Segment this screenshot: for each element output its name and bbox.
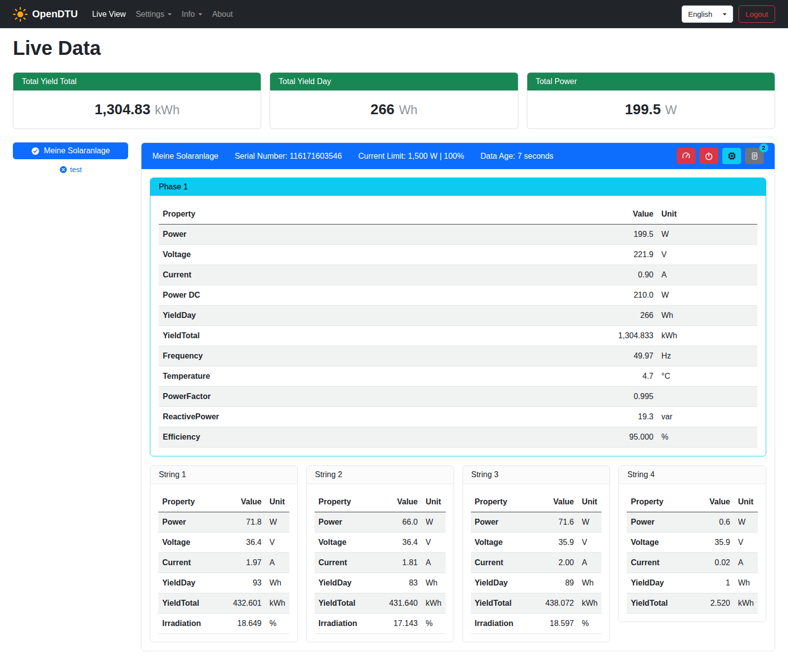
test-link[interactable]: test xyxy=(13,166,128,174)
brand-name: OpenDTU xyxy=(32,8,78,20)
property-cell: Irradiation xyxy=(471,614,542,634)
value-cell: 1 xyxy=(697,573,734,593)
col-header-unit: Unit xyxy=(578,492,602,512)
table-row: YieldTotal438.072kWh xyxy=(471,593,602,614)
value-cell: 18.597 xyxy=(541,614,578,634)
brand[interactable]: OpenDTU xyxy=(13,7,78,22)
unit-cell: V xyxy=(657,245,757,265)
unit-cell: °C xyxy=(657,366,757,387)
table-row: YieldTotal2.520kWh xyxy=(627,593,758,614)
inverter-meta: Meine Solaranlage Serial Number: 1161716… xyxy=(152,152,554,161)
table-row: Power66.0W xyxy=(315,512,446,533)
string-table-body: Power66.0WVoltage36.4VCurrent1.81AYieldD… xyxy=(315,512,446,634)
phase-table: Property Value Unit Power199.5WVoltage22… xyxy=(159,204,757,448)
unit-cell: var xyxy=(657,407,757,427)
inverter-panel-body: Phase 1 Property Value Unit Power199.5WV… xyxy=(141,169,775,651)
property-cell: ReactivePower xyxy=(159,407,588,427)
summary-card-value: 1,304.83 xyxy=(94,101,150,118)
property-cell: Voltage xyxy=(627,533,697,553)
table-row: Voltage36.4V xyxy=(315,533,446,553)
summary-card-value: 266 xyxy=(371,101,394,118)
value-cell: 1.81 xyxy=(385,553,422,573)
strings-row: String 1 Property Value Unit Power71.8WV… xyxy=(150,465,766,642)
table-header-row: Property Value Unit xyxy=(158,492,289,512)
inverter-panel-header: Meine Solaranlage Serial Number: 1161716… xyxy=(141,143,775,169)
unit-cell: % xyxy=(422,614,446,634)
value-cell: 0.995 xyxy=(588,387,657,407)
col-header-value: Value xyxy=(385,492,422,512)
value-cell: 0.02 xyxy=(697,553,734,573)
table-row: Current1.97A xyxy=(158,553,289,573)
string-table: Property Value Unit Power66.0WVoltage36.… xyxy=(315,492,446,634)
nav-item-info[interactable]: Info xyxy=(177,6,207,23)
unit-cell: V xyxy=(734,533,758,553)
table-row: YieldTotal1,304.833kWh xyxy=(159,326,757,346)
property-cell: Power xyxy=(471,512,542,533)
phase-card-title: Phase 1 xyxy=(150,178,766,196)
summary-card-unit: Wh xyxy=(399,103,417,117)
value-cell: 17.143 xyxy=(385,614,422,634)
event-log-button[interactable]: 2 xyxy=(745,148,764,164)
string-card-title: String 2 xyxy=(307,466,454,484)
nav-item-about[interactable]: About xyxy=(208,6,237,23)
value-cell: 210.0 xyxy=(588,285,657,306)
property-cell: YieldTotal xyxy=(627,593,697,614)
value-cell: 1,304.833 xyxy=(588,326,657,346)
table-header-row: Property Value Unit xyxy=(471,492,602,512)
col-header-unit: Unit xyxy=(734,492,758,512)
language-select[interactable]: English xyxy=(682,5,733,23)
value-cell: 36.4 xyxy=(385,533,422,553)
unit-cell: A xyxy=(734,553,758,573)
property-cell: YieldDay xyxy=(471,573,542,593)
unit-cell: A xyxy=(422,553,446,573)
power-control-button[interactable] xyxy=(699,148,718,164)
inverter-limit: Current Limit: 1,500 W | 100% xyxy=(358,152,464,161)
value-cell: 2.520 xyxy=(697,593,734,614)
table-header-row: Property Value Unit xyxy=(627,492,758,512)
string-table-body: Power71.8WVoltage36.4VCurrent1.97AYieldD… xyxy=(158,512,289,634)
table-row: Current2.00A xyxy=(471,553,602,573)
device-info-button[interactable] xyxy=(722,148,741,164)
col-header-property: Property xyxy=(158,492,229,512)
table-header-row: Property Value Unit xyxy=(315,492,446,512)
value-cell: 18.649 xyxy=(229,614,266,634)
nav-item-live-view[interactable]: Live View xyxy=(88,6,130,23)
sun-icon xyxy=(13,7,28,22)
table-row: YieldDay1Wh xyxy=(627,573,758,593)
limit-settings-button[interactable] xyxy=(677,148,695,164)
string-table: Property Value Unit Power71.8WVoltage36.… xyxy=(158,492,289,634)
value-cell: 0.6 xyxy=(697,512,734,533)
logout-button[interactable]: Logout xyxy=(739,5,775,23)
main-content: Live Data Total Yield Total 1,304.83 kWh… xyxy=(0,37,788,666)
inverter-select-button[interactable]: Meine Solaranlage xyxy=(13,142,128,159)
string-card: String 2 Property Value Unit Power66.0WV… xyxy=(306,465,454,642)
property-cell: Power xyxy=(159,224,588,245)
property-cell: YieldTotal xyxy=(315,593,385,614)
value-cell: 1.97 xyxy=(229,553,266,573)
table-row: Current1.81A xyxy=(315,553,446,573)
table-row: PowerFactor0.995 xyxy=(159,387,757,407)
unit-cell: kWh xyxy=(422,593,446,614)
unit-cell: kWh xyxy=(734,593,758,614)
nav-item-settings[interactable]: Settings xyxy=(131,6,176,23)
value-cell: 71.6 xyxy=(541,512,578,533)
property-cell: Voltage xyxy=(158,533,229,553)
value-cell: 36.4 xyxy=(229,533,266,553)
table-row: YieldDay93Wh xyxy=(158,573,289,593)
x-circle-icon xyxy=(59,166,67,174)
property-cell: Current xyxy=(158,553,229,573)
unit-cell: % xyxy=(578,614,602,634)
value-cell: 266 xyxy=(588,306,657,326)
event-count-badge: 2 xyxy=(759,143,768,152)
inverter-select-label: Meine Solaranlage xyxy=(44,146,110,155)
inverter-actions: 2 xyxy=(677,148,764,164)
phase-table-body: Power199.5WVoltage221.9VCurrent0.90APowe… xyxy=(159,224,757,448)
property-cell: Current xyxy=(627,553,697,573)
value-cell: 83 xyxy=(385,573,422,593)
table-row: YieldDay266Wh xyxy=(159,306,757,326)
summary-card-unit: W xyxy=(665,103,677,117)
summary-card-title: Total Power xyxy=(527,73,775,90)
phase-card: Phase 1 Property Value Unit Power199.5WV… xyxy=(150,178,766,456)
navbar-right: English Logout xyxy=(682,5,775,23)
property-cell: YieldDay xyxy=(627,573,697,593)
